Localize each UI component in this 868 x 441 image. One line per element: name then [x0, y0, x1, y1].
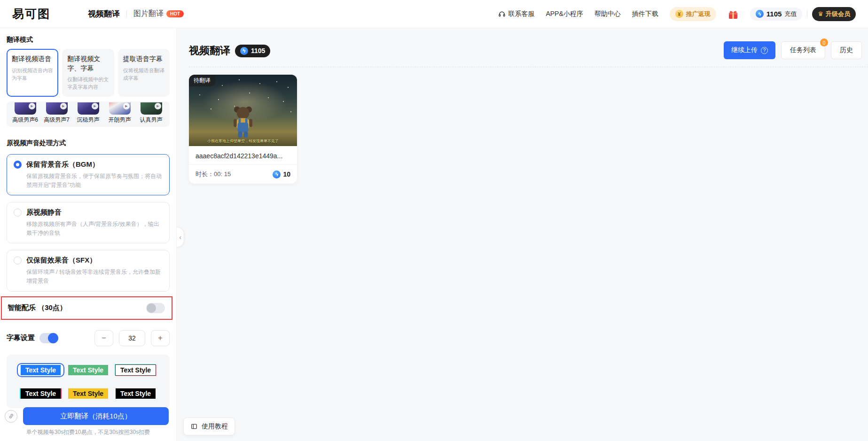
mode-card-translate-speech[interactable]: 翻译视频语音 识别视频语音内容为字幕 — [7, 49, 58, 97]
mode-section-title: 翻译模式 — [7, 36, 170, 44]
subtitle-settings-label: 字幕设置 — [7, 333, 35, 342]
hot-badge: HOT — [166, 10, 184, 17]
billing-note: 单个视频每30s扣费10易点，不足30s按照30s扣费 — [0, 428, 176, 436]
balance-recharge-pill[interactable]: 1105 充值 — [750, 8, 803, 21]
radio-checked-icon[interactable] — [14, 161, 22, 169]
app-miniprogram-link[interactable]: APP&小程序 — [546, 10, 583, 18]
text-style-option-black[interactable]: Text Style — [116, 388, 156, 399]
main-content: 视频翻译 1105 继续上传 任务列表 0 历史 — [177, 28, 868, 441]
text-style-option-yellow[interactable]: Text Style — [68, 388, 108, 399]
header-divider — [189, 67, 868, 67]
balance-amount: 1105 — [766, 10, 782, 18]
plugin-download-link[interactable]: 插件下载 — [632, 10, 658, 18]
font-size-increase-button[interactable]: + — [151, 330, 170, 346]
text-style-panel: Text Style Text Style Text Style Text St… — [7, 355, 170, 408]
text-style-option-glitch[interactable]: Text Style — [21, 388, 61, 399]
help-icon — [761, 47, 768, 54]
tutorial-icon — [190, 423, 198, 430]
brand-logo: 易可图 — [12, 6, 50, 22]
radio-icon[interactable] — [14, 209, 22, 217]
sidebar-collapse-handle[interactable] — [177, 227, 184, 248]
play-icon[interactable] — [60, 103, 67, 109]
voice-item[interactable]: 认真男声 — [135, 102, 167, 124]
toggle-knob — [48, 333, 58, 343]
promo-cashback-pill[interactable]: ¥ 推广返现 — [670, 7, 716, 21]
translate-action-row: 立即翻译（消耗10点） — [5, 407, 169, 425]
translate-now-button[interactable]: 立即翻译（消耗10点） — [23, 407, 169, 425]
video-task-card[interactable]: 待翻译 小熊在草地上仰望星空，却发现星星不见了 aaaec8acf2d14221… — [189, 75, 297, 184]
top-navbar: 易可图 视频翻译 图片翻译 HOT 联系客服 APP&小程序 帮助中心 插件下载… — [0, 0, 868, 28]
gift-icon[interactable] — [727, 8, 739, 20]
task-count-badge: 0 — [820, 39, 828, 46]
play-icon[interactable] — [92, 103, 98, 109]
subtitle-toggle[interactable] — [39, 333, 58, 343]
voice-item[interactable]: 沉稳男声 — [72, 102, 104, 124]
video-card-footer: 时长：00: 15 10 — [189, 164, 297, 184]
audio-option-keep-bgm[interactable]: 保留背景音乐（BGM） 保留原视频背景音乐，便于保留原节奏与氛围；将自动禁用开启… — [7, 154, 170, 195]
teddy-bear-illustration — [229, 104, 257, 139]
video-duration: 时长：00: 15 — [195, 170, 231, 178]
mode-card-translate-text[interactable]: 翻译视频文字、字幕 仅翻译视频中的文字及字幕内容 — [62, 49, 114, 97]
app-window: 易可图 视频翻译 图片翻译 HOT 联系客服 APP&小程序 帮助中心 插件下载… — [0, 0, 868, 441]
lightning-coin-icon — [273, 170, 281, 178]
smart-music-label: 智能配乐 （30点） — [8, 303, 67, 312]
video-cost: 10 — [273, 170, 290, 178]
video-thumbnail[interactable]: 待翻译 小熊在草地上仰望星空，却发现星星不见了 — [189, 75, 297, 146]
recharge-label[interactable]: 充值 — [784, 10, 797, 18]
audio-section-title: 原视频声音处理方式 — [7, 139, 170, 147]
help-center-link[interactable]: 帮助中心 — [594, 10, 621, 18]
continue-upload-button[interactable]: 继续上传 — [724, 41, 775, 59]
tutorial-button[interactable]: 使用教程 — [183, 418, 235, 435]
task-list-button[interactable]: 任务列表 0 — [781, 41, 825, 59]
font-size-value[interactable]: 32 — [119, 330, 145, 346]
balance-group: 1105 充值 ♛ 升级会员 — [750, 7, 856, 21]
play-icon[interactable] — [155, 103, 161, 109]
tab-image-translate[interactable]: 图片翻译 HOT — [133, 9, 184, 19]
text-style-option-outline[interactable]: Text Style — [115, 364, 156, 376]
mode-card-extract-subtitles[interactable]: 提取语音字幕 仅将视频语音翻译成字幕 — [118, 49, 170, 97]
text-style-option-blue-selected[interactable]: Text Style — [17, 363, 64, 377]
tab-image-translate-label: 图片翻译 — [133, 9, 164, 19]
contact-support-link[interactable]: 联系客服 — [498, 10, 534, 18]
radio-icon[interactable] — [14, 256, 22, 264]
page-title: 视频翻译 — [189, 44, 230, 58]
font-size-stepper: − 32 + — [94, 330, 170, 346]
video-filename: aaaec8acf2d142213e1449a... — [189, 146, 297, 164]
settings-sidebar: 翻译模式 翻译视频语音 识别视频语音内容为字幕 翻译视频文字、字幕 仅翻译视频中… — [0, 28, 177, 441]
subtitle-settings-row: 字幕设置 − 32 + — [7, 330, 170, 346]
divider — [807, 10, 807, 18]
nav-tabs: 视频翻译 图片翻译 HOT — [88, 8, 184, 19]
vip-crown-icon: ♛ — [818, 10, 823, 17]
audio-option-mute[interactable]: 原视频静音 移除原视频所有声音（人声/背景音乐/效果音），输出最干净的音轨 — [7, 202, 170, 243]
headset-icon — [498, 10, 506, 18]
voice-item[interactable]: 高级男声7 — [41, 102, 72, 124]
lightning-coin-icon — [240, 47, 248, 55]
text-style-option-green[interactable]: Text Style — [68, 365, 108, 375]
history-button[interactable]: 历史 — [831, 41, 862, 59]
voice-item[interactable]: 开朗男声 — [104, 102, 135, 124]
lightning-coin-icon — [756, 10, 764, 18]
header-buttons: 继续上传 任务列表 0 历史 — [724, 41, 862, 59]
gold-coin-icon: ¥ — [675, 10, 683, 18]
video-subtitle-caption: 小熊在草地上仰望星空，却发现星星不见了 — [189, 139, 297, 144]
balance-badge: 1105 — [235, 45, 270, 57]
smart-music-toggle[interactable] — [146, 303, 165, 313]
tab-video-translate[interactable]: 视频翻译 — [88, 8, 120, 19]
toggle-knob — [147, 303, 156, 313]
audio-option-sfx-only[interactable]: 仅保留效果音（SFX） 保留环境声 / 转场音效等非连续背景音乐，允许叠加新增背… — [7, 250, 170, 291]
navbar-right: 联系客服 APP&小程序 帮助中心 插件下载 ¥ 推广返现 1105 充值 — [498, 7, 856, 21]
font-size-decrease-button[interactable]: − — [94, 330, 113, 346]
upgrade-vip-button[interactable]: ♛ 升级会员 — [812, 7, 856, 21]
voice-list: 高级男声6 高级男声7 沉稳男声 开朗男声 认真男声 — [7, 101, 170, 127]
link-icon[interactable] — [5, 410, 17, 423]
play-icon[interactable] — [29, 103, 35, 109]
smart-music-highlight-box: 智能配乐 （30点） — [1, 296, 172, 320]
status-badge: 待翻译 — [189, 75, 215, 86]
voice-item[interactable]: 高级男声6 — [9, 102, 41, 124]
tab-divider — [126, 10, 127, 18]
play-icon[interactable] — [123, 103, 130, 109]
main-header: 视频翻译 1105 — [189, 44, 270, 58]
mode-cards: 翻译视频语音 识别视频语音内容为字幕 翻译视频文字、字幕 仅翻译视频中的文字及字… — [7, 49, 170, 97]
